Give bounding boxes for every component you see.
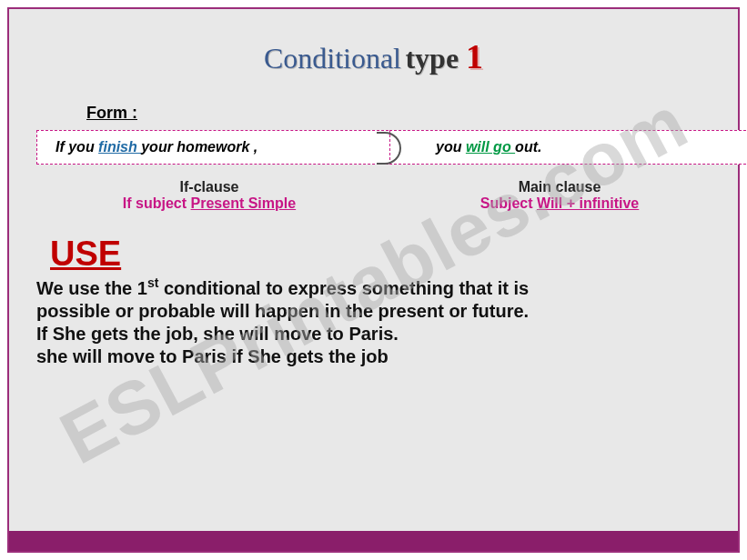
if-clause-formula-pre: If subject bbox=[123, 195, 191, 211]
if-clause-text-pre: If you bbox=[56, 139, 98, 155]
bottom-accent-band bbox=[9, 531, 738, 551]
if-clause-box: If you finish your homework , bbox=[36, 130, 402, 165]
if-clause-text-post: your homework bbox=[141, 139, 249, 155]
form-label: Form : bbox=[86, 104, 738, 123]
title-word-one: 1 bbox=[466, 37, 483, 75]
main-clause-text-post: out. bbox=[515, 139, 541, 155]
use-line1-post: conditional to express something that it… bbox=[158, 278, 529, 298]
use-line1-pre: We use the 1 bbox=[36, 278, 147, 298]
slide-content: Conditional type 1 Form : If you finish … bbox=[9, 9, 738, 551]
use-line2: possible or probable will happen in the … bbox=[36, 301, 529, 321]
use-line4: she will move to Paris if She gets the j… bbox=[36, 346, 389, 366]
if-clause-formula-col: If-clause If subject Present Simple bbox=[18, 179, 400, 212]
if-clause-comma: , bbox=[249, 139, 257, 155]
main-clause-formula-tense: Will + infinitive bbox=[537, 195, 639, 211]
if-clause-formula-tense: Present Simple bbox=[191, 195, 297, 211]
clause-formulas: If-clause If subject Present Simple Main… bbox=[9, 179, 738, 212]
use-line1-sup: st bbox=[147, 275, 158, 290]
main-clause-verb: will go bbox=[466, 139, 515, 155]
main-clause-formula-pre: Subject bbox=[480, 195, 537, 211]
title-word-type: type bbox=[405, 42, 466, 75]
slide-frame: Conditional type 1 Form : If you finish … bbox=[7, 7, 740, 553]
use-explanation: We use the 1st conditional to express so… bbox=[36, 275, 711, 368]
use-heading: USE bbox=[50, 235, 738, 274]
slide-title: Conditional type 1 bbox=[9, 9, 738, 85]
main-clause-formula: Subject Will + infinitive bbox=[400, 195, 719, 212]
if-clause-title: If-clause bbox=[18, 179, 400, 195]
if-clause-formula: If subject Present Simple bbox=[18, 195, 400, 212]
title-word-conditional: Conditional bbox=[264, 42, 401, 75]
main-clause-formula-col: Main clause Subject Will + infinitive bbox=[400, 179, 719, 212]
if-clause-verb: finish bbox=[98, 139, 141, 155]
use-line3: If She gets the job, she will move to Pa… bbox=[36, 324, 399, 344]
main-clause-box: you will go out. bbox=[389, 130, 747, 165]
main-clause-title: Main clause bbox=[400, 179, 719, 195]
main-clause-text-pre: you bbox=[436, 139, 466, 155]
example-sentence: If you finish your homework , you will g… bbox=[9, 130, 738, 170]
